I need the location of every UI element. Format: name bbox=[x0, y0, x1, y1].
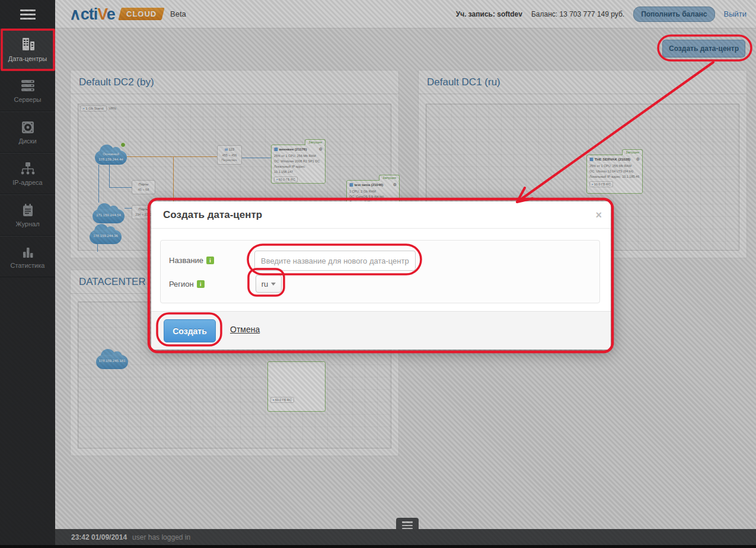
sidebar-item-datacenters[interactable]: Дата-центры bbox=[0, 28, 55, 70]
top-bar: ∧ctiVe CLOUD Beta Уч. запись: softdev Ба… bbox=[55, 0, 756, 28]
balance-label: Баланс: 13 703 777 149 руб. bbox=[531, 10, 624, 18]
network-cloud[interactable]: 178.159.245.181 bbox=[96, 348, 128, 369]
datacenter-icon bbox=[20, 37, 36, 52]
account-label: Уч. запись: softdev bbox=[456, 10, 522, 18]
info-icon[interactable]: i bbox=[197, 280, 205, 288]
activecloud-logo[interactable]: ∧ctiVe CLOUD Beta bbox=[69, 5, 186, 24]
vpn-label: VPN bbox=[109, 107, 116, 110]
sidebar-item-label: Серверы bbox=[14, 96, 41, 103]
network-cloud[interactable]: 178.159.244.36 bbox=[90, 223, 122, 244]
sidebar-item-journal[interactable]: Журнал bbox=[0, 194, 55, 236]
server-box-partial[interactable]: ▪ 60.0 ГБ RC bbox=[267, 361, 326, 412]
sidebar-item-label: Статистика bbox=[11, 262, 45, 269]
server-disk-chip: ▪ 60.0 ГБ RC bbox=[270, 397, 294, 403]
status-timestamp: 23:42 01/09/2014 bbox=[71, 533, 127, 541]
create-datacenter-modal: Создать дата-центр × Названиеi Регионi r… bbox=[151, 201, 611, 350]
connection-line bbox=[109, 187, 132, 188]
servers-icon bbox=[20, 79, 36, 93]
bottom-strip bbox=[0, 545, 756, 548]
create-datacenter-button[interactable]: Создать дата-центр bbox=[662, 40, 745, 57]
nat-box[interactable]: ▤ 123 455 ~ 456Переключ. bbox=[217, 145, 242, 165]
modal-header: Создать дата-центр × bbox=[151, 201, 611, 229]
connection-line bbox=[242, 158, 271, 158]
server-status-badge: Запущен bbox=[305, 139, 326, 145]
logout-link[interactable]: Выйти bbox=[724, 9, 747, 18]
server-icon: ▤ bbox=[589, 157, 594, 161]
card-title: Default DC2 (by) bbox=[71, 70, 398, 94]
server-settings-gear-icon[interactable]: ⚙ bbox=[319, 147, 323, 151]
sidebar-item-ip-addresses[interactable]: IP-адреса bbox=[0, 153, 55, 194]
ports-box[interactable]: Порты45 ~ 68 bbox=[132, 180, 155, 194]
cancel-link[interactable]: Отмена bbox=[230, 325, 260, 334]
sidebar-item-servers[interactable]: Серверы bbox=[0, 70, 55, 111]
connection-line bbox=[98, 165, 99, 203]
sidebar-item-label: Журнал bbox=[15, 220, 39, 227]
topup-balance-button[interactable]: Пополнить баланс bbox=[633, 7, 714, 22]
disk-icon: ▪ bbox=[83, 107, 84, 110]
region-select[interactable]: ru bbox=[256, 275, 282, 293]
name-field-label: Названиеi bbox=[169, 256, 214, 265]
beta-label: Beta bbox=[170, 9, 186, 18]
info-icon[interactable]: i bbox=[206, 257, 214, 264]
plan-badge: ▪1 Gb Stand VPN bbox=[80, 105, 116, 111]
switch-icon: ▤ bbox=[225, 148, 228, 151]
server-settings-gear-icon[interactable]: ⚙ bbox=[393, 182, 397, 187]
logo-wordmark: ∧ctiVe bbox=[69, 5, 115, 24]
network-cloud-primary[interactable]: Основной178.159.244.44 bbox=[95, 143, 127, 165]
modal-footer: Создать Отмена bbox=[151, 311, 611, 350]
connection-line bbox=[97, 244, 98, 252]
status-message: user has logged in bbox=[132, 533, 190, 541]
app-window: ∧ctiVe CLOUD Beta Уч. запись: softdev Ба… bbox=[0, 0, 756, 548]
network-tree-icon bbox=[20, 162, 36, 176]
sidebar-item-label: Диски bbox=[18, 137, 36, 145]
journal-icon bbox=[21, 203, 35, 217]
sidebar-item-label: IP-адреса bbox=[12, 179, 42, 186]
server-settings-gear-icon[interactable]: ⚙ bbox=[636, 157, 640, 161]
disk-icon bbox=[21, 120, 35, 134]
cloud-badge: CLOUD bbox=[118, 8, 164, 20]
modal-title: Создать дата-центр bbox=[163, 209, 262, 220]
hamburger-menu-button[interactable] bbox=[0, 0, 55, 28]
connection-line bbox=[109, 165, 110, 187]
sidebar-item-disks[interactable]: Диски bbox=[0, 111, 55, 153]
disk-icon: ▪ bbox=[273, 398, 274, 402]
disk-icon: ▪ bbox=[276, 178, 277, 181]
datacenter-name-input[interactable] bbox=[254, 251, 416, 271]
server-disk-chip: ▪ 10.0 ГБ RC bbox=[589, 181, 613, 187]
disk-icon: ▪ bbox=[592, 182, 593, 186]
server-box-the-servak[interactable]: Запущен ▤THE SERVAK (21028)⚙ 25% от 1 CP… bbox=[586, 155, 643, 194]
sidebar-item-statistics[interactable]: Статистика bbox=[0, 236, 55, 277]
card-title: Default DC1 (ru) bbox=[419, 70, 747, 94]
bar-chart-icon bbox=[21, 245, 35, 259]
network-cloud[interactable]: 171.159.244.54 bbox=[92, 202, 125, 223]
submit-create-button[interactable]: Создать bbox=[164, 319, 216, 342]
region-field-label: Регионi bbox=[169, 280, 205, 289]
chevron-down-icon bbox=[271, 283, 276, 286]
server-disk-chip: ▪ 60.0 ГБ RC bbox=[274, 177, 298, 182]
sidebar-item-label: Дата-центры bbox=[8, 55, 47, 62]
server-icon: ▤ bbox=[274, 147, 278, 151]
server-status-badge: Запущен bbox=[622, 149, 643, 155]
modal-form-well: Названиеi Регионi ru bbox=[160, 240, 600, 303]
status-bar: 23:42 01/09/2014 user has logged in bbox=[55, 529, 756, 545]
sidebar: Дата-центры Серверы Диски bbox=[0, 0, 55, 548]
server-status-badge: Запущен bbox=[379, 175, 400, 181]
vpn-lock-icon bbox=[120, 142, 126, 148]
close-icon[interactable]: × bbox=[595, 201, 602, 229]
connection-line bbox=[127, 156, 218, 157]
server-icon: ▤ bbox=[349, 182, 353, 187]
server-box-vennven[interactable]: Запущен ▤веннвен (21176)⚙ 25% от 1 CPU, … bbox=[271, 145, 326, 184]
